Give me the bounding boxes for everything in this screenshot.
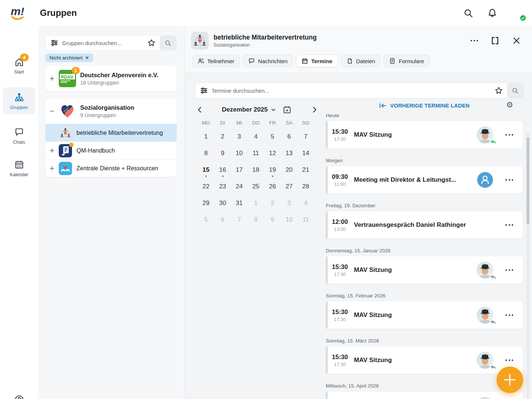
calendar-day[interactable]: 30 <box>214 196 231 213</box>
calendar-day[interactable]: 19 <box>264 163 281 180</box>
calendar-day[interactable]: 3 <box>231 130 248 146</box>
expand-fullscreen-button[interactable] <box>489 35 501 47</box>
calendar-prev-button[interactable] <box>195 105 205 115</box>
calendar-day[interactable]: 5 <box>198 213 214 229</box>
calendar-day[interactable]: 6 <box>214 213 231 229</box>
detail-more-button[interactable] <box>469 38 480 43</box>
tab-termine[interactable]: Termine <box>296 55 338 67</box>
global-search-button[interactable] <box>462 7 475 20</box>
event-menu-button[interactable] <box>504 358 515 362</box>
calendar-day[interactable]: 29 <box>198 196 214 213</box>
sidebar-item-hilfe[interactable]: Hilfe <box>0 395 38 399</box>
calendar-day[interactable]: 1 <box>248 196 264 213</box>
calendar-day[interactable]: 28 <box>297 180 314 196</box>
event-card[interactable]: 09:30 11:00 Meeting mit Direktor & Leitu… <box>326 166 523 194</box>
scrollbar-thumb[interactable] <box>526 137 529 224</box>
sidebar-item-start[interactable]: 4 Start <box>0 57 38 75</box>
calendar-day[interactable]: 11 <box>248 146 264 163</box>
subgroup-row-mitarbeitervertretung[interactable]: betriebliche Mitarbeitervertretung <box>45 124 177 141</box>
event-menu-button[interactable] <box>504 178 515 182</box>
calendar-day[interactable]: 22 <box>198 180 214 196</box>
calendar-day[interactable]: 8 <box>198 146 214 163</box>
calendar-day[interactable]: 8 <box>248 213 264 229</box>
subgroup-row-qm-handbuch[interactable]: + QM-Handbuch <box>45 141 177 159</box>
event-card[interactable] <box>326 392 523 399</box>
favorite-filter-button[interactable] <box>495 86 503 95</box>
tab-formulare[interactable]: Formulare <box>383 55 429 67</box>
event-menu-button[interactable] <box>504 313 515 317</box>
calendar-month-selector[interactable]: Dezember 2025 <box>222 106 276 113</box>
event-menu-button[interactable] <box>504 223 515 227</box>
event-card[interactable]: 15:30 17:30 MAV Sitzung <box>326 121 523 149</box>
event-card[interactable]: 15:30 17:30 MAV Sitzung <box>326 347 523 374</box>
subgroup-row-zentrale-dienste[interactable]: + Zentrale Dienste + Ressourcen <box>45 159 177 177</box>
add-appointment-fab[interactable] <box>497 366 523 393</box>
groups-search-submit-button[interactable] <box>160 35 176 50</box>
calendar-day[interactable]: 2 <box>264 196 281 213</box>
event-menu-button[interactable] <box>504 268 515 272</box>
event-menu-button[interactable] <box>504 133 515 137</box>
calendar-day[interactable]: 10 <box>281 213 297 229</box>
notifications-button[interactable] <box>486 7 499 20</box>
calendar-day[interactable]: 21 <box>297 163 314 180</box>
calendar-today-button[interactable] <box>282 105 292 115</box>
groups-search-input[interactable] <box>62 40 144 46</box>
group-subcount: 18 Untergruppen <box>80 80 158 86</box>
filter-chip-not-archived[interactable]: Nicht archiviert ✕ <box>45 54 93 62</box>
calendar-day[interactable]: 4 <box>248 130 264 146</box>
calendar-day[interactable]: 6 <box>281 130 297 146</box>
sidebar-item-chats[interactable]: Chats <box>0 127 38 145</box>
termine-search-input[interactable] <box>212 88 492 94</box>
calendar-day[interactable]: 26 <box>264 180 281 196</box>
calendar-day[interactable]: 23 <box>214 180 231 196</box>
termine-search-submit-button[interactable] <box>507 83 524 98</box>
tab-nachrichten[interactable]: Nachrichten <box>243 55 293 67</box>
favorite-filter-button[interactable] <box>147 39 156 47</box>
calendar-day[interactable]: 14 <box>297 146 314 163</box>
calendar-day[interactable]: 7 <box>297 130 314 146</box>
sidebar-item-kalender[interactable]: Kalender <box>0 160 38 177</box>
calendar-day[interactable]: 31 <box>231 196 248 213</box>
calendar-day[interactable]: 9 <box>264 213 281 229</box>
calendar-day[interactable]: 4 <box>297 196 314 213</box>
calendar-day[interactable]: 5 <box>264 130 281 146</box>
calendar-day[interactable]: 3 <box>281 196 297 213</box>
calendar-day[interactable]: 12 <box>264 146 281 163</box>
event-card[interactable]: 15:30 17:30 MAV Sitzung <box>326 256 523 284</box>
calendar-day[interactable]: 11 <box>297 213 314 229</box>
calendar-day[interactable]: 10 <box>231 146 248 163</box>
chip-close-icon[interactable]: ✕ <box>85 55 89 61</box>
close-detail-button[interactable] <box>511 35 522 47</box>
filter-sliders-icon[interactable] <box>200 86 208 95</box>
calendar-day[interactable]: 9 <box>214 146 231 163</box>
calendar-day[interactable]: 13 <box>281 146 297 163</box>
user-avatar[interactable] <box>510 5 525 21</box>
calendar-day[interactable]: 17 <box>231 163 248 180</box>
events-settings-button[interactable]: ⚙ <box>506 101 513 109</box>
calendar-day[interactable]: 18 <box>248 163 264 180</box>
calendar-day[interactable]: 24 <box>231 180 248 196</box>
events-scrollbar[interactable] <box>526 133 529 399</box>
group-row-sozialorganisation[interactable]: − Sozialorganisation 9 Untergruppen <box>45 98 177 124</box>
calendar-day[interactable]: 20 <box>281 163 297 180</box>
group-card-dav[interactable]: + DAV 1 Deutscher Alpenverein e.V. 18 Un… <box>45 66 177 91</box>
calendar-day[interactable]: 7 <box>231 213 248 229</box>
calendar-day[interactable]: 2 <box>214 130 231 146</box>
expand-subgroup-button[interactable]: + <box>45 147 59 155</box>
collapse-group-button[interactable]: − <box>45 107 59 115</box>
event-card[interactable]: 15:30 17:30 MAV Sitzung <box>326 301 523 329</box>
event-card[interactable]: 12:00 13:00 Vertrauensgespräch Daniel Ra… <box>326 211 523 239</box>
filter-sliders-icon[interactable] <box>50 39 58 47</box>
calendar-day[interactable]: 16 <box>214 163 231 180</box>
tab-dateien[interactable]: Dateien <box>341 55 381 67</box>
tab-teilnehmer[interactable]: Teilnehmer <box>192 55 240 67</box>
calendar-day[interactable]: 15 <box>198 163 214 180</box>
sidebar-item-gruppen[interactable]: Gruppen <box>3 87 35 115</box>
calendar-day[interactable]: 1 <box>198 130 214 146</box>
calendar-next-button[interactable] <box>310 105 319 115</box>
calendar-day[interactable]: 25 <box>248 180 264 196</box>
calendar-day[interactable]: 27 <box>281 180 297 196</box>
expand-subgroup-button[interactable]: + <box>45 164 59 173</box>
expand-group-button[interactable]: + <box>45 75 59 83</box>
load-previous-appointments-button[interactable]: VORHERIGE TERMINE LADEN <box>326 103 523 109</box>
